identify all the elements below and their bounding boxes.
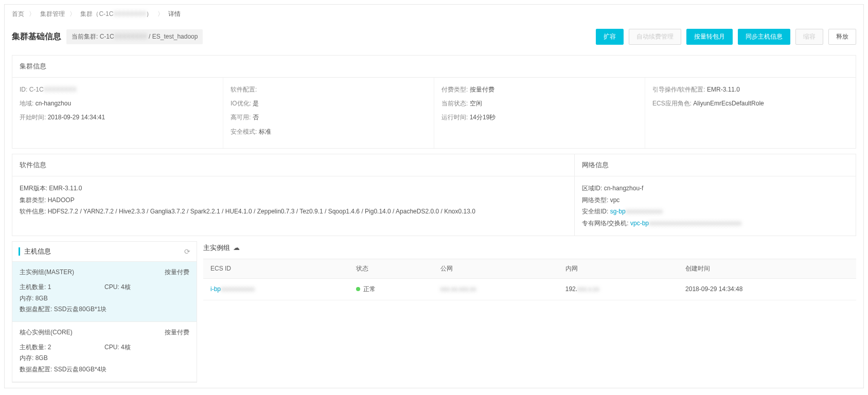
cluster-info-col3: 付费类型: 按量付费 当前状态: 空闲 运行时间: 14分19秒 (434, 78, 645, 148)
to-monthly-button[interactable]: 按量转包月 (686, 29, 733, 45)
scale-button[interactable]: 扩容 (596, 29, 624, 45)
network-info-panel: 网络信息 区域ID: cn-hangzhou-f 网络类型: vpc 安全组ID… (575, 154, 856, 236)
region-label: 地域: (20, 100, 33, 107)
auto-renew-button: 自动续费管理 (629, 29, 681, 45)
pay-value: 按量付费 (470, 86, 494, 93)
io-value: 是 (253, 100, 259, 107)
host-table: ECS ID 状态 公网 内网 创建时间 i-bpxxxxxxxxxxx 正常 … (203, 259, 856, 300)
runtime-value: 14分19秒 (470, 114, 496, 121)
ecs-blur: xxxxxxxxxxx (221, 285, 255, 293)
breadcrumb-cluster-blur: XXXXXXXX (113, 10, 146, 17)
vpc-link-blur: xxxxxxxxxxxxxxxxxxxxxxxxxxxxxx (649, 220, 741, 227)
private-ip-prefix: 192. (565, 285, 577, 293)
group-cpu: CPU: 4核 (104, 342, 189, 353)
chip-blur: XXXXXXXX (114, 33, 147, 40)
id-label: ID: C-1C (20, 86, 44, 93)
public-ip-blur: xxx.xx.xxx.xx (440, 285, 476, 293)
host-sidebar: 主机信息 ⟳ 主实例组(MASTER) 按量付费 主机数量: 1 CPU: 4核… (12, 241, 197, 383)
cluster-info-col2: 软件配置: IO优化: 是 高可用: 否 安全模式: 标准 (223, 78, 434, 148)
group-mem: 内存: 8GB (20, 353, 189, 364)
col-ecs: ECS ID (203, 259, 349, 278)
sg-link[interactable]: sg-bpxxxxxxxxxxxx (610, 208, 663, 215)
refresh-icon[interactable]: ⟳ (184, 247, 190, 256)
status-text: 正常 (363, 285, 376, 293)
host-table-area: 主实例组 ☁ ECS ID 状态 公网 内网 创建时间 i-bpxxxxxxxx… (203, 241, 856, 383)
table-row: i-bpxxxxxxxxxxx 正常 xxx.xx.xxx.xx 192.xxx… (203, 278, 856, 300)
group-disk: 数据盘配置: SSD云盘80GB*4块 (20, 364, 189, 375)
stack-label: 软件信息: (20, 208, 46, 215)
cluster-info-col1: ID: C-1CXXXXXXXX 地域: cn-hangzhou 开始时间: 2… (12, 78, 223, 148)
created-time: 2018-09-29 14:34:48 (678, 278, 856, 300)
group-name: 主实例组(MASTER) (20, 268, 74, 277)
breadcrumb-mgmt[interactable]: 集群管理 (40, 10, 65, 17)
ha-label: 高可用: (231, 114, 251, 121)
cluster-info-title: 集群信息 (12, 56, 856, 78)
group-pay: 按量付费 (165, 268, 189, 277)
net-label: 网络类型: (582, 196, 608, 204)
header-row: 集群基础信息 当前集群: C-1CXXXXXXXX / ES_test_hado… (5, 24, 863, 50)
chip-suffix: / ES_test_hadoop (147, 33, 198, 40)
emr-label: EMR版本: (20, 185, 47, 192)
release-button[interactable]: 释放 (828, 29, 856, 45)
vpc-link-text: vpc-bp (630, 220, 649, 227)
group-mem: 内存: 8GB (20, 293, 189, 304)
sg-link-text: sg-bp (610, 208, 626, 215)
boot-value: EMR-3.11.0 (707, 86, 740, 93)
type-label: 集群类型: (20, 196, 46, 204)
cloud-icon: ☁ (233, 244, 240, 252)
group-disk: 数据盘配置: SSD云盘80GB*1块 (20, 304, 189, 315)
page-title: 集群基础信息 (12, 31, 61, 42)
zone-value: cn-hangzhou-f (604, 185, 644, 192)
col-status: 状态 (349, 259, 433, 278)
sw-label: 软件配置: (231, 86, 257, 93)
status-value: 空闲 (470, 100, 482, 107)
sec-value: 标准 (259, 128, 271, 135)
host-info-title: 主机信息 (24, 247, 51, 256)
breadcrumb-detail: 详情 (168, 10, 181, 17)
breadcrumb-cluster-suffix: ） (146, 10, 152, 17)
sg-link-blur: xxxxxxxxxxxx (626, 208, 663, 215)
runtime-label: 运行时间: (441, 114, 468, 121)
ecs-role-value: AliyunEmrEcsDefaultRole (693, 100, 764, 107)
io-label: IO优化: (231, 100, 251, 107)
host-table-title: 主实例组 (203, 243, 230, 253)
sync-host-button[interactable]: 同步主机信息 (738, 29, 790, 45)
chevron-right-icon: 〉 (29, 10, 35, 17)
host-group-core[interactable]: 核心实例组(CORE) 按量付费 主机数量: 2 CPU: 4核 内存: 8GB… (12, 322, 197, 382)
chip-prefix: 当前集群: C-1C (72, 33, 114, 40)
id-blur: XXXXXXXX (44, 86, 77, 93)
start-label: 开始时间: (20, 114, 46, 121)
group-pay: 按量付费 (165, 328, 189, 337)
vpc-label: 专有网络/交换机: (582, 220, 629, 227)
breadcrumb-cluster[interactable]: 集群（C-1CXXXXXXXX） (80, 10, 154, 17)
status-label: 当前状态: (441, 100, 468, 107)
ecs-role-label: ECS应用角色: (652, 100, 692, 107)
pay-label: 付费类型: (441, 86, 468, 93)
col-public: 公网 (433, 259, 558, 278)
host-group-master[interactable]: 主实例组(MASTER) 按量付费 主机数量: 1 CPU: 4核 内存: 8G… (12, 262, 197, 322)
breadcrumb-home[interactable]: 首页 (12, 10, 24, 17)
region-value: cn-hangzhou (36, 100, 71, 107)
accent-bar (19, 247, 20, 256)
vpc-link[interactable]: vpc-bpxxxxxxxxxxxxxxxxxxxxxxxxxxxxxx (630, 220, 741, 227)
sec-label: 安全模式: (231, 128, 257, 135)
group-cpu: CPU: 4核 (104, 282, 189, 293)
boot-label: 引导操作/软件配置: (652, 86, 705, 93)
col-created: 创建时间 (678, 259, 856, 278)
chevron-right-icon: 〉 (69, 10, 76, 17)
ha-value: 否 (253, 114, 259, 121)
type-value: HADOOP (48, 196, 75, 204)
ecs-prefix: i-bp (210, 285, 221, 293)
group-name: 核心实例组(CORE) (20, 328, 73, 337)
ecs-id-link[interactable]: i-bpxxxxxxxxxxx (210, 285, 255, 293)
cluster-info-card: 集群信息 ID: C-1CXXXXXXXX 地域: cn-hangzhou 开始… (12, 55, 856, 149)
software-info-panel: 软件信息 EMR版本: EMR-3.11.0 集群类型: HADOOP 软件信息… (12, 154, 575, 236)
chevron-right-icon: 〉 (157, 10, 164, 17)
software-info-title: 软件信息 (12, 154, 574, 176)
stack-value: HDFS2.7.2 / YARN2.7.2 / Hive2.3.3 / Gang… (48, 208, 475, 215)
col-private: 内网 (558, 259, 678, 278)
breadcrumb: 首页 〉 集群管理 〉 集群（C-1CXXXXXXXX） 〉 详情 (5, 5, 863, 24)
start-value: 2018-09-29 14:34:41 (48, 114, 105, 121)
sg-label: 安全组ID: (582, 208, 608, 215)
net-value: vpc (610, 196, 620, 204)
